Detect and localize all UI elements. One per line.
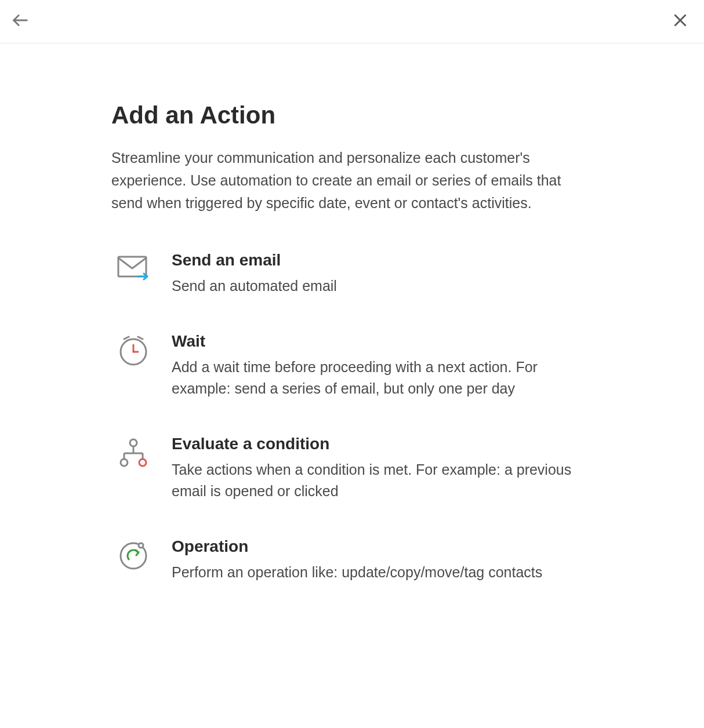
page-title: Add an Action bbox=[111, 101, 593, 129]
action-title: Operation bbox=[172, 537, 593, 556]
action-desc: Take actions when a condition is met. Fo… bbox=[172, 459, 593, 503]
action-title: Evaluate a condition bbox=[172, 435, 593, 453]
action-body: Wait Add a wait time before proceeding w… bbox=[172, 332, 593, 400]
action-desc: Send an automated email bbox=[172, 275, 593, 297]
header-bar bbox=[0, 0, 704, 43]
back-button[interactable] bbox=[10, 10, 30, 32]
svg-line-8 bbox=[124, 337, 129, 339]
branch-icon bbox=[117, 435, 150, 469]
svg-point-18 bbox=[139, 543, 143, 548]
action-send-email[interactable]: Send an email Send an automated email bbox=[111, 251, 593, 297]
svg-point-15 bbox=[121, 459, 128, 466]
arrow-left-icon bbox=[10, 10, 30, 32]
action-body: Operation Perform an operation like: upd… bbox=[172, 537, 593, 584]
action-title: Send an email bbox=[172, 251, 593, 270]
action-body: Send an email Send an automated email bbox=[172, 251, 593, 297]
action-body: Evaluate a condition Take actions when a… bbox=[172, 435, 593, 503]
clock-icon bbox=[117, 332, 150, 367]
action-operation[interactable]: Operation Perform an operation like: upd… bbox=[111, 537, 593, 584]
action-desc: Add a wait time before proceeding with a… bbox=[172, 356, 593, 400]
svg-rect-3 bbox=[118, 257, 146, 276]
action-wait[interactable]: Wait Add a wait time before proceeding w… bbox=[111, 332, 593, 400]
action-title: Wait bbox=[172, 332, 593, 351]
action-desc: Perform an operation like: update/copy/m… bbox=[172, 562, 593, 584]
close-icon bbox=[672, 12, 689, 31]
action-condition[interactable]: Evaluate a condition Take actions when a… bbox=[111, 435, 593, 503]
page-subtitle: Streamline your communication and person… bbox=[111, 147, 593, 214]
svg-line-9 bbox=[138, 337, 143, 339]
main-content: Add an Action Streamline your communicat… bbox=[111, 43, 593, 606]
close-button[interactable] bbox=[672, 12, 689, 31]
svg-point-10 bbox=[130, 439, 137, 446]
action-list: Send an email Send an automated email Wa… bbox=[111, 251, 593, 583]
operation-icon bbox=[117, 537, 150, 572]
email-arrow-icon bbox=[117, 251, 150, 281]
svg-point-16 bbox=[139, 459, 146, 466]
